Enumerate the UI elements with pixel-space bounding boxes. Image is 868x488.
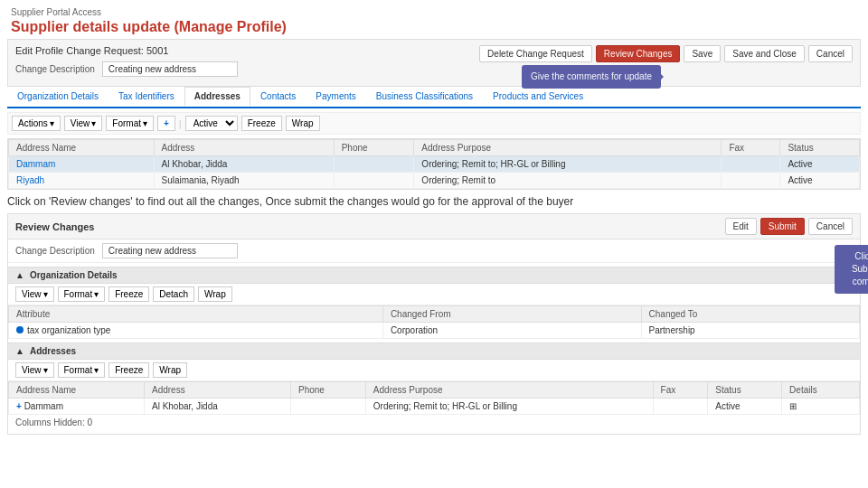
review-edit-button[interactable]: Edit: [725, 218, 757, 235]
addr-col-fax: Fax: [653, 382, 708, 399]
row-address-name-riyadh[interactable]: Riyadh: [16, 175, 44, 185]
addresses-subsection: ▲ Addresses View ▾ Format ▾ Freeze Wrap …: [8, 343, 860, 430]
change-desc-value: Creating new address: [102, 61, 238, 77]
tab-products-services[interactable]: Products and Services: [483, 87, 593, 107]
review-cancel-button[interactable]: Cancel: [808, 218, 853, 235]
review-change-desc-label: Change Description: [15, 246, 95, 256]
addresses-subsection-header: ▲ Addresses: [8, 343, 860, 360]
addr-sub-toolbar: View ▾ Format ▾ Freeze Wrap: [8, 360, 860, 381]
tab-payments[interactable]: Payments: [306, 87, 365, 107]
status-select[interactable]: Active: [185, 116, 238, 131]
org-details-header: ▲ Organization Details: [8, 267, 860, 284]
row-status-dammam: Active: [780, 156, 860, 173]
review-change-desc-row: Change Description Creating new address: [8, 239, 860, 263]
col-purpose: Address Purpose: [414, 140, 722, 156]
row-status-riyadh: Active: [780, 173, 860, 189]
row-purpose-dammam: Ordering; Remit to; HR-GL or Billing: [414, 156, 722, 173]
col-phone: Phone: [334, 140, 414, 156]
col-address: Address: [154, 140, 334, 156]
review-title: Review Changes: [15, 221, 94, 232]
review-changes-button[interactable]: Review Changes: [596, 45, 681, 62]
change-desc-label: Change Description: [15, 64, 95, 74]
table-row[interactable]: Dammam Al Khobar, Jidda Ordering; Remit …: [9, 156, 860, 173]
addresses-expand-icon[interactable]: ▲: [15, 346, 24, 356]
addr-col-name: Address Name: [9, 382, 145, 399]
org-details-subsection: ▲ Organization Details View ▾ Format ▾ F…: [8, 267, 860, 339]
row-phone-dammam: [334, 156, 414, 173]
callout-arrow: [659, 72, 668, 81]
row-phone-riyadh: [334, 173, 414, 189]
callout-submit-text: Click on Submit to complete: [852, 251, 868, 286]
org-col-changed-from: Changed From: [382, 306, 641, 323]
header: Supplier Portal Access Supplier details …: [0, 0, 868, 39]
org-view-btn[interactable]: View ▾: [15, 286, 54, 302]
save-button[interactable]: Save: [684, 45, 721, 62]
addr-col-phone: Phone: [291, 382, 366, 399]
review-change-desc-value: Creating new address: [102, 243, 238, 258]
tab-business-classifications[interactable]: Business Classifications: [366, 87, 483, 107]
org-details-title: Organization Details: [30, 270, 118, 280]
action-buttons: Delete Change Request Review Changes Sav…: [479, 45, 853, 62]
review-action-buttons: Edit Submit Cancel Click on Submit to co…: [725, 218, 854, 235]
org-col-attribute: Attribute: [9, 306, 383, 323]
org-details-expand-icon[interactable]: ▲: [15, 270, 24, 280]
table-row[interactable]: Riyadh Sulaimania, Riyadh Ordering; Remi…: [9, 173, 860, 189]
table-row: + Dammam Al Khobar, Jidda Ordering; Remi…: [9, 399, 860, 415]
org-detach-btn[interactable]: Detach: [153, 286, 194, 302]
instruction-text: Click on 'Review changes' to find out al…: [7, 195, 861, 208]
addr-freeze-btn[interactable]: Freeze: [108, 362, 149, 378]
col-status: Status: [780, 140, 860, 156]
addr-col-purpose: Address Purpose: [365, 382, 653, 399]
addr-wrap-btn[interactable]: Wrap: [153, 362, 187, 378]
row-address-dammam: Al Khobar, Jidda: [154, 156, 334, 173]
org-freeze-btn[interactable]: Freeze: [108, 286, 149, 302]
wrap-button[interactable]: Wrap: [286, 116, 320, 131]
row-purpose-riyadh: Ordering; Remit to: [414, 173, 722, 189]
address-table-container: Address Name Address Phone Address Purpo…: [7, 138, 861, 190]
row-fax-riyadh: [722, 173, 780, 189]
row-address-riyadh: Sulaimania, Riyadh: [154, 173, 334, 189]
view-button[interactable]: View ▾: [64, 116, 103, 131]
delete-change-request-button[interactable]: Delete Change Request: [479, 45, 592, 62]
callout-submit: Click on Submit to complete: [835, 245, 868, 294]
save-and-close-button[interactable]: Save and Close: [724, 45, 805, 62]
cancel-button[interactable]: Cancel: [808, 45, 853, 62]
addr-view-btn[interactable]: View ▾: [15, 362, 54, 378]
table-row: tax organization type Corporation Partne…: [9, 323, 860, 339]
callout-text: Give the comments for update: [531, 70, 652, 83]
add-row-icon[interactable]: +: [16, 401, 22, 411]
add-button[interactable]: +: [157, 116, 175, 131]
addr-col-details: Details: [782, 382, 860, 399]
col-address-name: Address Name: [9, 140, 155, 156]
actions-button[interactable]: Actions ▾: [12, 116, 61, 131]
tab-contacts[interactable]: Contacts: [250, 87, 306, 107]
addresses-toolbar: Actions ▾ View ▾ Format ▾ + | Active Fre…: [7, 112, 861, 135]
org-details-table: Attribute Changed From Changed To tax or…: [8, 305, 860, 339]
edit-profile-form: Edit Profile Change Request: 5001 Change…: [7, 39, 861, 87]
review-section: Review Changes Edit Submit Cancel Click …: [7, 213, 861, 435]
review-submit-button[interactable]: Submit: [760, 218, 805, 235]
review-header: Review Changes Edit Submit Cancel Click …: [8, 214, 860, 239]
addr-review-table: Address Name Address Phone Address Purpo…: [8, 381, 860, 415]
tab-addresses[interactable]: Addresses: [184, 87, 250, 107]
addr-format-btn[interactable]: Format ▾: [58, 362, 106, 378]
tab-tax-identifiers[interactable]: Tax Identifiers: [108, 87, 184, 107]
breadcrumb: Supplier Portal Access: [11, 7, 857, 17]
col-fax: Fax: [722, 140, 780, 156]
org-wrap-btn[interactable]: Wrap: [198, 286, 232, 302]
tabs: Organization Details Tax Identifiers Add…: [7, 87, 861, 108]
addresses-subsection-title: Addresses: [30, 346, 76, 356]
hidden-columns-info: Columns Hidden: 0: [8, 415, 860, 430]
row-fax-dammam: [722, 156, 780, 173]
row-address-name-dammam[interactable]: Dammam: [16, 159, 55, 169]
tab-organization-details[interactable]: Organization Details: [7, 87, 108, 107]
format-button[interactable]: Format ▾: [106, 116, 154, 131]
org-format-btn[interactable]: Format ▾: [58, 286, 106, 302]
addr-col-status: Status: [708, 382, 782, 399]
org-col-changed-to: Changed To: [641, 306, 859, 323]
org-details-toolbar: View ▾ Format ▾ Freeze Detach Wrap: [8, 284, 860, 305]
addr-col-address: Address: [144, 382, 290, 399]
page-title: Supplier details update (Manage Profile): [11, 19, 857, 35]
callout-give-comments: Give the comments for update: [522, 65, 661, 89]
freeze-button[interactable]: Freeze: [241, 116, 282, 131]
